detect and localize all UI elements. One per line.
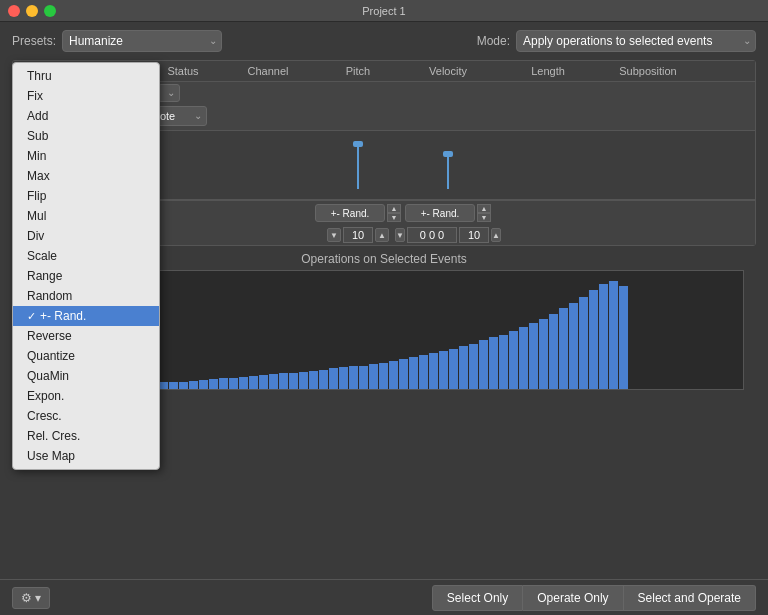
dropdown-item[interactable]: Sub (13, 126, 159, 146)
chart-bar (449, 349, 458, 389)
chart-bar (489, 337, 498, 389)
chart-bar (279, 373, 288, 389)
rand-pitch-arrows: ▲ ▼ (387, 204, 401, 222)
graph-length (493, 131, 603, 199)
velocity-slider-line (447, 154, 449, 189)
chart-bar (599, 284, 608, 389)
dropdown-item[interactable]: Thru (13, 66, 159, 86)
top-bar: Presets: Humanize Mode: Apply operations… (12, 30, 756, 52)
chart-bar (289, 373, 298, 389)
dropdown-item[interactable]: Fix (13, 86, 159, 106)
status-operator-select[interactable] (158, 84, 180, 102)
dropdown-item[interactable]: Max (13, 166, 159, 186)
val-pitch-cell: ▼ 10 ▲ (313, 227, 403, 243)
close-button[interactable] (8, 5, 20, 17)
mode-label: Mode: (477, 34, 510, 48)
chart-bar (199, 380, 208, 389)
col-header-length: Length (493, 65, 603, 77)
chart-bar (339, 367, 348, 389)
dropdown-item[interactable]: Div (13, 226, 159, 246)
chart-bar (239, 377, 248, 389)
chart-bar (619, 286, 628, 389)
dropdown-item[interactable]: Scale (13, 246, 159, 266)
bottom-bar: ⚙ ▾ Select Only Operate Only Select and … (0, 579, 768, 615)
pitch-slider-line (357, 144, 359, 189)
preset-dropdown: ThruFixAddSubMinMaxFlipMulDivScaleRangeR… (12, 62, 160, 470)
chart-bar (209, 379, 218, 389)
gear-button[interactable]: ⚙ ▾ (12, 587, 50, 609)
bottom-buttons: Select Only Operate Only Select and Oper… (432, 585, 756, 611)
titlebar: Project 1 (0, 0, 768, 22)
val-pitch-down-btn[interactable]: ▼ (327, 228, 341, 242)
pitch-slider-handle[interactable] (353, 141, 363, 147)
chart-bar (399, 359, 408, 389)
chart-bar (179, 382, 188, 390)
chart-bar (169, 382, 178, 390)
chart-bar (479, 340, 488, 389)
preset-select-wrapper[interactable]: Humanize (62, 30, 222, 52)
chart-bar (469, 344, 478, 389)
mode-select-wrapper[interactable]: Apply operations to selected events (516, 30, 756, 52)
minimize-button[interactable] (26, 5, 38, 17)
select-only-button[interactable]: Select Only (432, 585, 523, 611)
dropdown-item[interactable]: Random (13, 286, 159, 306)
col-header-channel: Channel (223, 65, 313, 77)
val-velocity-display: 0 0 0 (407, 227, 457, 243)
chart-bar (159, 382, 168, 389)
maximize-button[interactable] (44, 5, 56, 17)
dropdown-item[interactable]: Flip (13, 186, 159, 206)
dropdown-item[interactable]: Mul (13, 206, 159, 226)
rand-velocity-cell: +- Rand. ▲ ▼ (403, 204, 493, 222)
velocity-slider-handle[interactable] (443, 151, 453, 157)
graph-subposition (603, 131, 693, 199)
dropdown-item[interactable]: QuaMin (13, 366, 159, 386)
val-vel-up-btn[interactable]: ▲ (491, 228, 501, 242)
rand-pitch-select[interactable]: +- Rand. (315, 204, 385, 222)
operate-only-button[interactable]: Operate Only (523, 585, 623, 611)
dropdown-item[interactable]: Use Map (13, 446, 159, 466)
preset-select[interactable]: Humanize (62, 30, 222, 52)
col-header-velocity: Velocity (403, 65, 493, 77)
chart-bar (249, 376, 258, 389)
chart-bar (559, 308, 568, 389)
dropdown-item[interactable]: Reverse (13, 326, 159, 346)
rand-pitch-down[interactable]: ▼ (387, 213, 401, 222)
chart-bar (549, 314, 558, 389)
dropdown-item[interactable]: Range (13, 266, 159, 286)
rand-pitch-cell: +- Rand. ▲ ▼ (313, 204, 403, 222)
chart-bar (529, 323, 538, 389)
chart-bar (509, 331, 518, 389)
chart-bar (349, 366, 358, 389)
rand-velocity-down[interactable]: ▼ (477, 213, 491, 222)
dropdown-item[interactable]: Cresc. (13, 406, 159, 426)
dropdown-item[interactable]: Rel. Cres. (13, 426, 159, 446)
dropdown-item[interactable]: Add (13, 106, 159, 126)
rand-pitch-up[interactable]: ▲ (387, 204, 401, 213)
dropdown-item[interactable]: Min (13, 146, 159, 166)
chart-bar (269, 374, 278, 389)
col-header-pitch: Pitch (313, 65, 403, 77)
graph-channel (223, 131, 313, 199)
window-title: Project 1 (362, 5, 405, 17)
rand-velocity-up[interactable]: ▲ (477, 204, 491, 213)
val-pitch-up-btn[interactable]: ▲ (375, 228, 389, 242)
mode-select[interactable]: Apply operations to selected events (516, 30, 756, 52)
val-pitch-display: 10 (343, 227, 373, 243)
dropdown-item[interactable]: +- Rand. (13, 306, 159, 326)
rand-velocity-select[interactable]: +- Rand. (405, 204, 475, 222)
chart-bar (429, 353, 438, 389)
val-vel-down-btn[interactable]: ▼ (395, 228, 405, 242)
chart-bar (579, 297, 588, 389)
dropdown-item[interactable]: Quantize (13, 346, 159, 366)
select-and-operate-button[interactable]: Select and Operate (624, 585, 756, 611)
chart-bar (299, 372, 308, 389)
dropdown-item[interactable]: Expon. (13, 386, 159, 406)
val-velocity-display2: 10 (459, 227, 489, 243)
chart-bar (589, 290, 598, 389)
chart-bar (359, 366, 368, 389)
chart-bar (379, 363, 388, 389)
presets-label: Presets: (12, 34, 56, 48)
chart-bar (609, 281, 618, 389)
chart-bar (319, 370, 328, 389)
col-header-subposition: Subposition (603, 65, 693, 77)
